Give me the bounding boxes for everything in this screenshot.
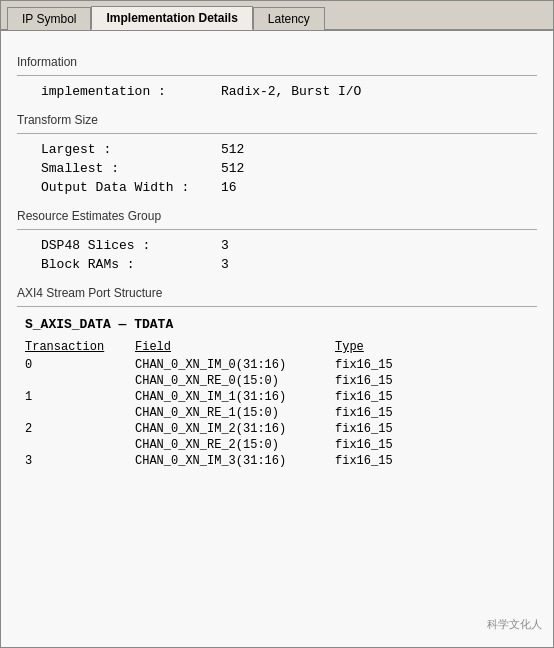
tab-bar: IP Symbol Implementation Details Latency <box>1 1 553 31</box>
table-row: 2 CHAN_0_XN_IM_2(31:16) fix16_15 <box>25 422 537 436</box>
output-data-width-row: Output Data Width : 16 <box>17 180 537 195</box>
col-type-header: Type <box>335 340 364 354</box>
cell-type: fix16_15 <box>335 454 393 468</box>
cell-transaction <box>25 406 135 420</box>
axi4-stream-divider <box>17 306 537 307</box>
table-header: Transaction Field Type <box>25 340 537 354</box>
cell-field: CHAN_0_XN_IM_3(31:16) <box>135 454 335 468</box>
dsp48-label: DSP48 Slices : <box>41 238 221 253</box>
information-title: Information <box>17 55 537 69</box>
block-rams-value: 3 <box>221 257 229 272</box>
resource-estimates-divider <box>17 229 537 230</box>
tab-latency[interactable]: Latency <box>253 7 325 30</box>
cell-type: fix16_15 <box>335 358 393 372</box>
table-row: CHAN_0_XN_RE_1(15:0) fix16_15 <box>25 406 537 420</box>
output-data-width-value: 16 <box>221 180 237 195</box>
tdata-subsection: S_AXIS_DATA — TDATA Transaction Field Ty… <box>17 317 537 468</box>
main-window: IP Symbol Implementation Details Latency… <box>0 0 554 648</box>
cell-field: CHAN_0_XN_RE_1(15:0) <box>135 406 335 420</box>
dsp48-row: DSP48 Slices : 3 <box>17 238 537 253</box>
smallest-row: Smallest : 512 <box>17 161 537 176</box>
cell-transaction: 2 <box>25 422 135 436</box>
cell-type: fix16_15 <box>335 390 393 404</box>
cell-field: CHAN_0_XN_IM_1(31:16) <box>135 390 335 404</box>
axi4-stream-title: AXI4 Stream Port Structure <box>17 286 537 300</box>
cell-type: fix16_15 <box>335 374 393 388</box>
largest-row: Largest : 512 <box>17 142 537 157</box>
cell-transaction <box>25 438 135 452</box>
information-divider <box>17 75 537 76</box>
table-row: 0 CHAN_0_XN_IM_0(31:16) fix16_15 <box>25 358 537 372</box>
transform-size-divider <box>17 133 537 134</box>
cell-transaction: 0 <box>25 358 135 372</box>
block-rams-row: Block RAMs : 3 <box>17 257 537 272</box>
cell-type: fix16_15 <box>335 406 393 420</box>
cell-transaction: 1 <box>25 390 135 404</box>
implementation-label: implementation : <box>41 84 221 99</box>
output-data-width-label: Output Data Width : <box>41 180 221 195</box>
smallest-value: 512 <box>221 161 244 176</box>
smallest-label: Smallest : <box>41 161 221 176</box>
resource-estimates-section: Resource Estimates Group DSP48 Slices : … <box>17 209 537 272</box>
table-row: 3 CHAN_0_XN_IM_3(31:16) fix16_15 <box>25 454 537 468</box>
cell-type: fix16_15 <box>335 438 393 452</box>
largest-value: 512 <box>221 142 244 157</box>
tab-implementation-details[interactable]: Implementation Details <box>91 6 252 30</box>
axi4-stream-section: AXI4 Stream Port Structure S_AXIS_DATA —… <box>17 286 537 468</box>
cell-transaction <box>25 374 135 388</box>
table-row: CHAN_0_XN_RE_2(15:0) fix16_15 <box>25 438 537 452</box>
largest-label: Largest : <box>41 142 221 157</box>
table-row: CHAN_0_XN_RE_0(15:0) fix16_15 <box>25 374 537 388</box>
table-row: 1 CHAN_0_XN_IM_1(31:16) fix16_15 <box>25 390 537 404</box>
content-area[interactable]: Information implementation : Radix-2, Bu… <box>1 31 553 647</box>
cell-type: fix16_15 <box>335 422 393 436</box>
cell-field: CHAN_0_XN_IM_0(31:16) <box>135 358 335 372</box>
col-field-header: Field <box>135 340 335 354</box>
cell-field: CHAN_0_XN_RE_0(15:0) <box>135 374 335 388</box>
information-section: Information implementation : Radix-2, Bu… <box>17 55 537 99</box>
tdata-title: S_AXIS_DATA — TDATA <box>25 317 537 332</box>
implementation-value: Radix-2, Burst I/O <box>221 84 361 99</box>
transform-size-section: Transform Size Largest : 512 Smallest : … <box>17 113 537 195</box>
resource-estimates-title: Resource Estimates Group <box>17 209 537 223</box>
col-transaction-header: Transaction <box>25 340 135 354</box>
dsp48-value: 3 <box>221 238 229 253</box>
implementation-row: implementation : Radix-2, Burst I/O <box>17 84 537 99</box>
transform-size-title: Transform Size <box>17 113 537 127</box>
cell-field: CHAN_0_XN_IM_2(31:16) <box>135 422 335 436</box>
cell-field: CHAN_0_XN_RE_2(15:0) <box>135 438 335 452</box>
tab-ip-symbol[interactable]: IP Symbol <box>7 7 91 30</box>
cell-transaction: 3 <box>25 454 135 468</box>
block-rams-label: Block RAMs : <box>41 257 221 272</box>
